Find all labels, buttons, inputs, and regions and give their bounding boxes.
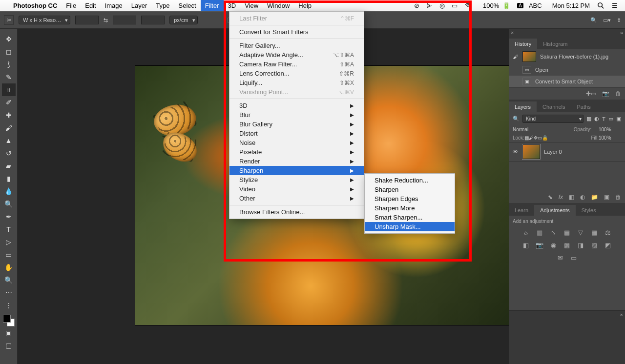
brush-tool[interactable]: 🖌	[2, 121, 16, 134]
filter-shape-icon[interactable]: ▭	[608, 116, 613, 122]
menu-item-video[interactable]: Video▶	[229, 184, 364, 194]
adj-vibrance-icon[interactable]: ▽	[576, 229, 585, 237]
menu-item-browse-filters-online[interactable]: Browse Filters Online...	[229, 207, 364, 217]
status-spotlight-icon[interactable]	[593, 1, 608, 10]
lock-all-icon[interactable]: 🔒	[542, 135, 548, 141]
menu-item-render[interactable]: Render▶	[229, 157, 364, 166]
layer-mask-icon[interactable]: ◧	[569, 194, 574, 201]
search-icon[interactable]: 🔍	[590, 17, 597, 23]
path-select-tool[interactable]: ▷	[2, 236, 16, 248]
panel-close-icon[interactable]: ×	[511, 30, 514, 36]
menu-edit[interactable]: Edit	[81, 0, 100, 11]
status-airplay-icon[interactable]: ▭	[448, 2, 461, 9]
tab-layers[interactable]: Layers	[509, 101, 537, 112]
create-document-from-state-icon[interactable]: ✚▭	[586, 90, 596, 97]
healing-brush-tool[interactable]: ✚	[2, 109, 16, 121]
adj-color-balance-icon[interactable]: ⚖	[604, 229, 612, 237]
menu-select[interactable]: Select	[174, 0, 200, 11]
layer-group-icon[interactable]: 📁	[591, 194, 598, 201]
lock-artboard-icon[interactable]: ▭	[538, 135, 542, 141]
type-tool[interactable]: T	[2, 223, 16, 236]
adj-photo-filter-icon[interactable]: 📷	[535, 242, 544, 249]
delete-state-icon[interactable]: 🗑	[615, 90, 621, 97]
history-brush-tool[interactable]: ↺	[2, 147, 16, 160]
adj-channel-mixer-icon[interactable]: ◉	[549, 242, 558, 249]
menu-item-filter-gallery[interactable]: Filter Gallery...	[229, 41, 364, 50]
status-battery[interactable]: 100% 🔋	[476, 2, 514, 9]
history-step-convert-smart-object[interactable]: ▣ Convert to Smart Object	[509, 76, 625, 87]
layer-name[interactable]: Layer 0	[544, 149, 562, 155]
status-wifi-icon[interactable]	[461, 1, 476, 10]
app-name[interactable]: Photoshop CC	[9, 0, 62, 11]
clone-stamp-tool[interactable]: ▲	[2, 134, 16, 147]
menu-item-distort[interactable]: Distort▶	[229, 129, 364, 138]
pen-tool[interactable]: ✒	[2, 210, 16, 223]
menu-type[interactable]: Type	[151, 0, 174, 11]
menu-item-camera-raw-filter[interactable]: Camera Raw Filter...⇧⌘A	[229, 60, 364, 69]
edit-toolbar[interactable]: ⋮	[2, 299, 16, 312]
submenu-item-unsharp-mask[interactable]: Unsharp Mask...	[365, 222, 455, 231]
quick-mask-toggle[interactable]: ▣	[2, 326, 16, 339]
layer-filter-type-dropdown[interactable]: Kind	[522, 115, 583, 123]
adj-posterize-icon[interactable]: ▨	[590, 242, 599, 249]
history-step-open[interactable]: ▭ Open	[509, 64, 625, 76]
adj-selective-color-icon[interactable]: ✉	[556, 254, 564, 262]
status-clock[interactable]: Mon 5:12 PM	[549, 2, 593, 9]
crop-unit-dropdown[interactable]: px/cm	[169, 16, 197, 24]
adj-brightness-icon[interactable]: ☼	[521, 229, 530, 237]
link-layers-icon[interactable]: ⬊	[548, 194, 553, 201]
tab-channels[interactable]: Channels	[537, 101, 571, 112]
panel-collapse-icon[interactable]: »	[620, 30, 623, 36]
quick-select-tool[interactable]: ✎	[2, 71, 16, 83]
eraser-tool[interactable]: ▰	[2, 160, 16, 172]
adj-gradient-map-icon[interactable]: ▭	[569, 254, 578, 262]
crop-tool-icon[interactable]: ✂	[4, 15, 14, 25]
filter-type-icon[interactable]: T	[602, 116, 605, 122]
filter-smart-icon[interactable]: ▣	[616, 116, 621, 122]
tab-history[interactable]: History	[509, 39, 537, 49]
menu-file[interactable]: File	[62, 0, 81, 11]
tab-styles[interactable]: Styles	[576, 205, 602, 216]
menu-layer[interactable]: Layer	[127, 0, 152, 11]
new-layer-icon[interactable]: ▣	[604, 194, 609, 201]
status-dropbox-icon[interactable]: ⫸	[423, 2, 436, 9]
rectangle-tool[interactable]: ▭	[2, 248, 16, 261]
menu-item-sharpen[interactable]: Sharpen▶	[229, 166, 364, 175]
bottom-panel-close-icon[interactable]: ×	[620, 312, 623, 318]
crop-preset-dropdown[interactable]: W x H x Reso…	[19, 16, 70, 24]
lock-transparency-icon[interactable]: ▦	[524, 135, 529, 141]
menu-item-3d[interactable]: 3D▶	[229, 101, 364, 110]
menu-item-blur-gallery[interactable]: Blur Gallery▶	[229, 120, 364, 129]
crop-tool[interactable]: ⌗	[2, 83, 16, 96]
lock-pixels-icon[interactable]: 🖌	[529, 135, 534, 141]
lock-position-icon[interactable]: ✥	[534, 135, 538, 141]
delete-layer-icon[interactable]: 🗑	[615, 194, 621, 201]
layer-filter-search-icon[interactable]: 🔍	[513, 116, 520, 122]
crop-resolution-field[interactable]	[141, 16, 165, 24]
status-creative-cloud-icon[interactable]: ◎	[436, 2, 448, 9]
menu-image[interactable]: Image	[101, 0, 127, 11]
share-icon[interactable]: ⇪	[617, 17, 621, 23]
menu-3d[interactable]: 3D	[224, 0, 241, 11]
dodge-tool[interactable]: 🔍	[2, 198, 16, 210]
menu-help[interactable]: Help	[294, 0, 316, 11]
adj-levels-icon[interactable]: ▥	[535, 229, 544, 237]
swap-dimensions-icon[interactable]: ⇆	[104, 17, 108, 23]
adj-curves-icon[interactable]: ⤡	[549, 229, 558, 237]
submenu-item-shake-reduction[interactable]: Shake Reduction...	[365, 176, 455, 185]
layer-visibility-icon[interactable]: 👁	[512, 149, 519, 155]
tab-adjustments[interactable]: Adjustments	[534, 205, 576, 216]
layer-item-layer0[interactable]: 👁 Layer 0	[509, 142, 625, 162]
history-document-snapshot[interactable]: 🖌 Sakura Flower-before (1).jpg	[509, 49, 625, 64]
blur-tool[interactable]: 💧	[2, 185, 16, 198]
menu-item-other[interactable]: Other▶	[229, 194, 364, 203]
menu-item-noise[interactable]: Noise▶	[229, 138, 364, 147]
crop-width-field[interactable]	[75, 16, 99, 24]
opacity-field[interactable]: 100%	[599, 127, 621, 132]
layer-style-icon[interactable]: fx	[559, 194, 563, 201]
fill-field[interactable]: 100%	[599, 135, 621, 141]
eyedropper-tool[interactable]: ✐	[2, 96, 16, 109]
marquee-tool[interactable]: ◻	[2, 45, 16, 58]
crop-height-field[interactable]	[113, 16, 136, 24]
menu-item-stylize[interactable]: Stylize▶	[229, 175, 364, 184]
